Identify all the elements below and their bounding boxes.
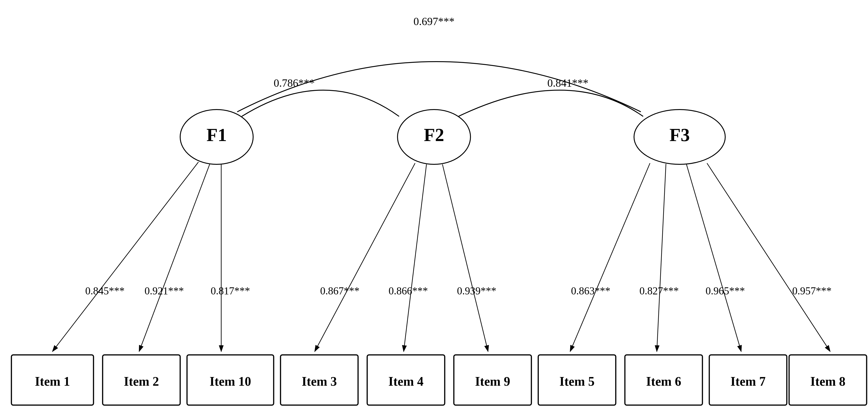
corr-f1-f3-label: 0.697*** [413, 15, 455, 27]
item4-label: Item 4 [389, 374, 424, 388]
loading-f1-item1-line [53, 162, 198, 352]
loading-label-f2-item3: 0.867*** [320, 285, 360, 297]
item3-label: Item 3 [302, 374, 337, 388]
item5-label: Item 5 [559, 374, 594, 388]
factor-f1-label: F1 [207, 125, 227, 145]
corr-f2-f3-arc [458, 90, 643, 116]
item6-label: Item 6 [646, 374, 681, 388]
item8-label: Item 8 [810, 374, 845, 388]
loading-label-f1-item1: 0.845*** [85, 285, 125, 297]
loading-label-f2-item4: 0.866*** [389, 285, 428, 297]
loading-f3-item6-line [657, 164, 666, 352]
item7-label: Item 7 [731, 374, 766, 388]
loading-f2-item4-line [404, 164, 427, 352]
item10-label: Item 10 [210, 374, 251, 388]
loading-label-f1-item2: 0.921*** [145, 285, 184, 297]
item2-label: Item 2 [124, 374, 159, 388]
loading-label-f3-item8: 0.957*** [792, 285, 832, 297]
loading-label-f2-item9: 0.939*** [457, 285, 496, 297]
loading-label-f3-item5: 0.863*** [571, 285, 611, 297]
corr-f2-f3-label: 0.841*** [547, 77, 588, 89]
loading-f2-item9-line [442, 164, 488, 352]
loading-f3-item5-line [570, 163, 650, 352]
loading-f3-item8-line [707, 163, 830, 352]
loading-label-f3-item7: 0.965*** [706, 285, 745, 297]
loading-label-f3-item6: 0.827*** [640, 285, 679, 297]
loading-label-f1-item10: 0.817*** [211, 285, 250, 297]
item1-label: Item 1 [35, 374, 70, 388]
diagram-svg: F1 F2 F3 0.786*** 0.697*** 0.841*** [0, 0, 868, 414]
factor-f3-label: F3 [670, 125, 690, 145]
loading-f1-item2-line [139, 164, 210, 352]
loading-f3-item7-line [686, 164, 741, 352]
diagram-container: F1 F2 F3 0.786*** 0.697*** 0.841*** [0, 0, 868, 414]
factor-f2-label: F2 [424, 125, 444, 145]
item9-label: Item 9 [475, 374, 510, 388]
corr-f1-f2-arc [242, 90, 399, 116]
loading-f2-item3-line [315, 163, 415, 352]
